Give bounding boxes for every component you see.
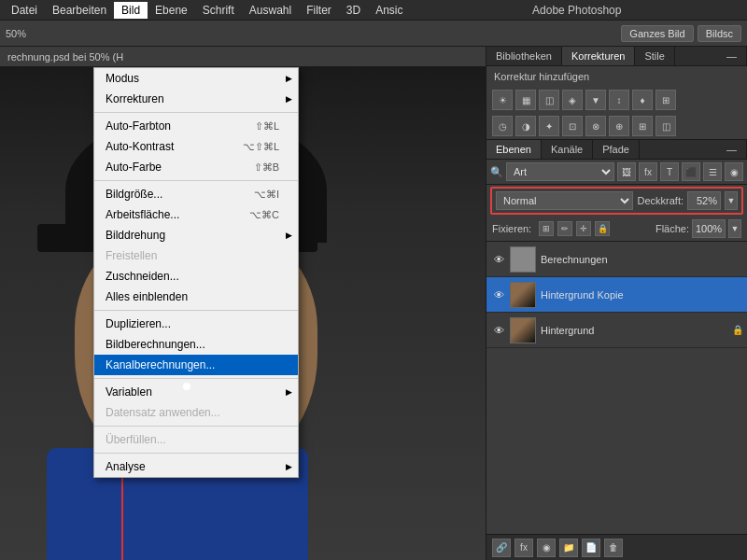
- layer-link-btn[interactable]: 🔗: [492, 539, 511, 557]
- ebenen-filter-toggle[interactable]: ◉: [725, 162, 743, 181]
- menu-item-auto-farbton[interactable]: Auto-Farbton ⇧⌘L: [94, 116, 298, 136]
- korrektur-icon-pattern[interactable]: ◫: [655, 116, 676, 136]
- menu-ansicht[interactable]: Ansic: [368, 2, 410, 19]
- ganzes-bild-button[interactable]: Ganzes Bild: [621, 25, 693, 42]
- menu-auswahl[interactable]: Auswahl: [242, 2, 299, 19]
- ebenen-icon-fx[interactable]: fx: [639, 162, 657, 181]
- layer-eye-hintergrund-kopie[interactable]: 👁: [490, 287, 507, 303]
- menu-item-auto-kontrast[interactable]: Auto-Kontrast ⌥⇧⌘L: [94, 136, 298, 157]
- shortcut-bildgroesse: ⌥⌘I: [254, 189, 279, 201]
- dropdown-overlay: Modus Korrekturen Auto-Farbton ⇧⌘L Auto-…: [0, 67, 486, 560]
- separator-3: [94, 310, 298, 311]
- korrektur-icon-gradient[interactable]: ▼: [585, 90, 606, 110]
- korrektur-icon-hue[interactable]: ↕: [609, 90, 629, 110]
- layer-item-hintergrund-kopie[interactable]: 👁 Hintergrund Kopie: [486, 277, 747, 313]
- canvas-title-bar: rechnung.psd bei 50% (H: [0, 47, 486, 67]
- menu-bild[interactable]: Bild: [114, 2, 148, 19]
- fix-icon-grid[interactable]: ⊞: [539, 221, 554, 236]
- menu-item-modus[interactable]: Modus: [94, 68, 298, 89]
- menu-item-analyse[interactable]: Analyse: [94, 456, 298, 477]
- korrektur-icon-gradient2[interactable]: ⊞: [632, 116, 653, 136]
- menu-item-variablen[interactable]: Variablen: [94, 382, 298, 402]
- menu-item-analyse-label: Analyse: [106, 460, 146, 473]
- menu-item-bildberechnungen[interactable]: Bildberechnungen...: [94, 334, 298, 355]
- korrektur-icon-photofilter[interactable]: ◑: [515, 116, 536, 136]
- ebenen-icon-mask[interactable]: T: [660, 162, 679, 181]
- korrektur-icon-posterize[interactable]: ⊗: [585, 116, 606, 136]
- layer-group-btn[interactable]: 📁: [559, 539, 578, 557]
- menu-bearbeiten[interactable]: Bearbeiten: [45, 2, 114, 19]
- layer-item-hintergrund[interactable]: 👁 Hintergrund 🔒: [486, 313, 747, 348]
- bildsc-button[interactable]: Bildsc: [698, 25, 741, 42]
- menu-item-bildgroesse[interactable]: Bildgröße... ⌥⌘I: [94, 184, 298, 204]
- korrektur-icon-exposure[interactable]: ◈: [562, 90, 583, 110]
- menu-item-bildberechnungen-label: Bildberechnungen...: [106, 338, 205, 351]
- panel-collapse-btn[interactable]: —: [717, 47, 747, 65]
- menu-item-datensatz-anwenden-label: Datensatz anwenden...: [106, 406, 220, 419]
- menu-item-variablen-label: Variablen: [106, 385, 152, 399]
- menu-item-alles-einblenden-label: Alles einblenden: [106, 290, 188, 303]
- opacity-input[interactable]: [687, 191, 721, 210]
- korrektur-icon-colorbalance[interactable]: ♦: [632, 90, 653, 110]
- tab-kanaele[interactable]: Kanäle: [542, 140, 593, 159]
- zoom-value: 50%: [6, 28, 26, 39]
- korrektur-icon-curve[interactable]: ◫: [539, 90, 559, 110]
- opacity-arrow[interactable]: ▼: [725, 191, 738, 210]
- menu-item-alles-einblenden[interactable]: Alles einblenden: [94, 287, 298, 307]
- korrektur-icon-sun[interactable]: ☀: [492, 90, 513, 110]
- tab-korrekturen[interactable]: Korrekturen: [562, 47, 635, 65]
- menu-ebene[interactable]: Ebene: [148, 2, 195, 19]
- menu-item-zuschneiden[interactable]: Zuschneiden...: [94, 266, 298, 287]
- menu-item-datensatz-anwenden: Datensatz anwenden...: [94, 402, 298, 423]
- menu-schrift[interactable]: Schrift: [195, 2, 242, 19]
- layer-new-btn[interactable]: 📄: [582, 539, 600, 557]
- layer-item-berechnungen[interactable]: 👁 Berechnungen: [486, 242, 747, 277]
- menu-item-arbeitsflaeche[interactable]: Arbeitsfläche... ⌥⌘C: [94, 204, 298, 225]
- ebenen-panel: Ebenen Kanäle Pfade — 🔍 Art 🖼 fx T ⬛ ☰ ◉: [486, 140, 747, 560]
- separator-1: [94, 112, 298, 113]
- flache-arrow[interactable]: ▼: [728, 219, 741, 238]
- menu-item-duplizieren[interactable]: Duplizieren...: [94, 314, 298, 334]
- blend-mode-select[interactable]: Normal: [496, 191, 633, 210]
- menu-datei[interactable]: Datei: [4, 2, 45, 19]
- tab-stile[interactable]: Stile: [635, 47, 674, 65]
- menu-item-auto-farbton-label: Auto-Farbton: [106, 119, 171, 133]
- tab-bibliotheken[interactable]: Bibliotheken: [486, 47, 562, 65]
- fix-icon-lock[interactable]: 🔒: [595, 221, 610, 236]
- menu-item-arbeitsflaeche-label: Arbeitsfläche...: [106, 208, 179, 221]
- ebenen-icon-shape[interactable]: ⬛: [682, 162, 700, 181]
- menu-item-korrekturen-label: Korrekturen: [106, 92, 164, 105]
- korrektur-icon-invert[interactable]: ⊡: [562, 116, 583, 136]
- menu-item-ueberfuellen: Überfüllen...: [94, 429, 298, 450]
- korrektur-icons-row1: ☀ ▦ ◫ ◈ ▼ ↕ ♦ ⊞: [486, 87, 747, 113]
- ebenen-icon-smart[interactable]: ☰: [703, 162, 722, 181]
- ebenen-panel-collapse[interactable]: —: [717, 140, 747, 159]
- layer-eye-berechnungen[interactable]: 👁: [490, 251, 507, 268]
- ebenen-filter-select[interactable]: Art: [506, 162, 614, 181]
- korrektur-icon-bw[interactable]: ◷: [492, 116, 513, 136]
- tab-pfade[interactable]: Pfade: [593, 140, 640, 159]
- ebenen-icon-new[interactable]: 🖼: [617, 162, 636, 181]
- menu-item-korrekturen[interactable]: Korrekturen: [94, 89, 298, 109]
- fix-icon-brush[interactable]: ✏: [557, 221, 572, 236]
- korrektur-icon-threshold[interactable]: ⊕: [609, 116, 629, 136]
- korrektur-icon-chart[interactable]: ▦: [515, 90, 536, 110]
- menu-filter[interactable]: Filter: [299, 2, 339, 19]
- menu-item-kanalberechnungen[interactable]: Kanalberechnungen...: [94, 355, 298, 375]
- layer-fx-btn[interactable]: fx: [514, 539, 533, 557]
- layer-thumb-berechnungen: [510, 246, 536, 273]
- layer-mask-btn[interactable]: ◉: [537, 539, 556, 557]
- main-area: rechnung.psd bei 50% (H: [0, 47, 747, 560]
- korrektur-icon-grid[interactable]: ⊞: [655, 90, 676, 110]
- tab-ebenen[interactable]: Ebenen: [486, 140, 542, 159]
- menu-3d[interactable]: 3D: [339, 2, 368, 19]
- shortcut-arbeitsflaeche: ⌥⌘C: [249, 209, 279, 221]
- menu-item-bilddrehung[interactable]: Bilddrehung: [94, 225, 298, 245]
- korrektur-icon-channel[interactable]: ✦: [539, 116, 559, 136]
- layer-eye-hintergrund[interactable]: 👁: [490, 322, 507, 339]
- fix-icon-move[interactable]: ✛: [576, 221, 591, 236]
- menu-item-auto-farbe[interactable]: Auto-Farbe ⇧⌘B: [94, 157, 298, 177]
- layer-delete-btn[interactable]: 🗑: [604, 539, 623, 557]
- flache-input[interactable]: [692, 219, 726, 238]
- menu-item-bilddrehung-label: Bilddrehung: [106, 229, 165, 242]
